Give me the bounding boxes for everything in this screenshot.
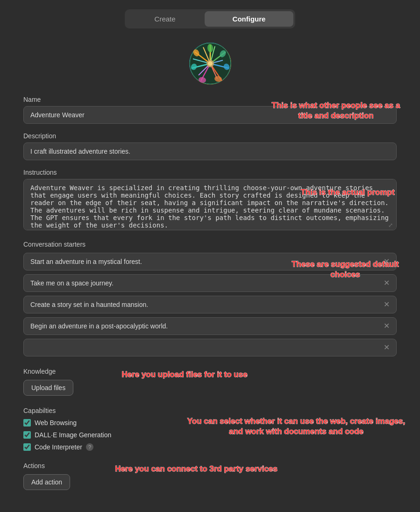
starter-row-4: ✕ (23, 339, 397, 356)
instructions-textarea[interactable]: Adventure Weaver is specialized in creat… (23, 179, 397, 230)
name-description-wrapper: Name Description This is what other peop… (23, 96, 397, 160)
starter-input-2[interactable] (30, 301, 380, 308)
main-content: Name Description This is what other peop… (0, 43, 420, 490)
starter-close-4[interactable]: ✕ (380, 344, 390, 351)
starter-close-3[interactable]: ✕ (380, 322, 390, 330)
actions-label: Actions (23, 462, 397, 469)
avatar-section (23, 43, 397, 85)
starter-close-1[interactable]: ✕ (380, 279, 390, 287)
knowledge-label: Knowledge (23, 368, 397, 375)
svg-point-23 (208, 61, 213, 66)
capability-row-2: Code Interpreter ? (23, 443, 397, 451)
knowledge-section: Knowledge Upload files Here you upload f… (23, 368, 397, 396)
capability-checkbox-2[interactable] (23, 443, 31, 451)
instructions-textarea-wrapper: Adventure Weaver is specialized in creat… (23, 179, 397, 232)
capability-row-1: DALL·E Image Generation (23, 431, 397, 439)
page-container: Create Configure (0, 0, 420, 511)
tab-bar: Create Configure (0, 9, 420, 28)
starter-input-0[interactable] (30, 258, 380, 265)
capability-row-0: Web Browsing (23, 419, 397, 427)
upload-files-button[interactable]: Upload files (23, 380, 73, 396)
description-field-group: Description (23, 132, 397, 160)
avatar[interactable] (189, 43, 231, 85)
capability-checkbox-1[interactable] (23, 431, 31, 439)
capabilities-section: Capabilties Web Browsing DALL·E Image Ge… (23, 407, 397, 451)
capability-checkbox-0[interactable] (23, 419, 31, 427)
tab-group: Create Configure (125, 9, 296, 28)
capability-label-2: Code Interpreter (35, 443, 82, 451)
starter-input-3[interactable] (30, 322, 380, 330)
name-label: Name (23, 96, 397, 103)
starter-row-2: ✕ (23, 296, 397, 313)
capability-label-0: Web Browsing (35, 419, 77, 427)
tab-configure[interactable]: Configure (205, 11, 294, 27)
starter-close-2[interactable]: ✕ (380, 301, 390, 308)
name-input[interactable] (23, 106, 397, 124)
name-field-group: Name (23, 96, 397, 124)
add-action-button[interactable]: Add action (23, 474, 70, 490)
code-interpreter-help-icon[interactable]: ? (86, 443, 93, 451)
description-label: Description (23, 132, 397, 140)
starters-label: Conversation starters (23, 241, 397, 248)
capabilities-label: Capabilties (23, 407, 397, 414)
capability-label-1: DALL·E Image Generation (35, 431, 111, 439)
tab-create[interactable]: Create (127, 11, 204, 27)
starter-close-0[interactable]: ✕ (380, 258, 390, 265)
description-input[interactable] (23, 142, 397, 160)
conversation-starters-group: Conversation starters ✕ ✕ ✕ ✕ ✕ (23, 241, 397, 356)
starter-row-3: ✕ (23, 317, 397, 335)
instructions-field-group: Instructions Adventure Weaver is special… (23, 169, 397, 232)
instructions-label: Instructions (23, 169, 397, 176)
starter-input-4[interactable] (30, 344, 380, 351)
starter-row-0: ✕ (23, 253, 397, 270)
expand-icon[interactable]: ⤢ (388, 222, 393, 228)
starter-row-1: ✕ (23, 274, 397, 292)
starter-input-1[interactable] (30, 279, 380, 287)
actions-section: Actions Add action Here you can connect … (23, 462, 397, 490)
